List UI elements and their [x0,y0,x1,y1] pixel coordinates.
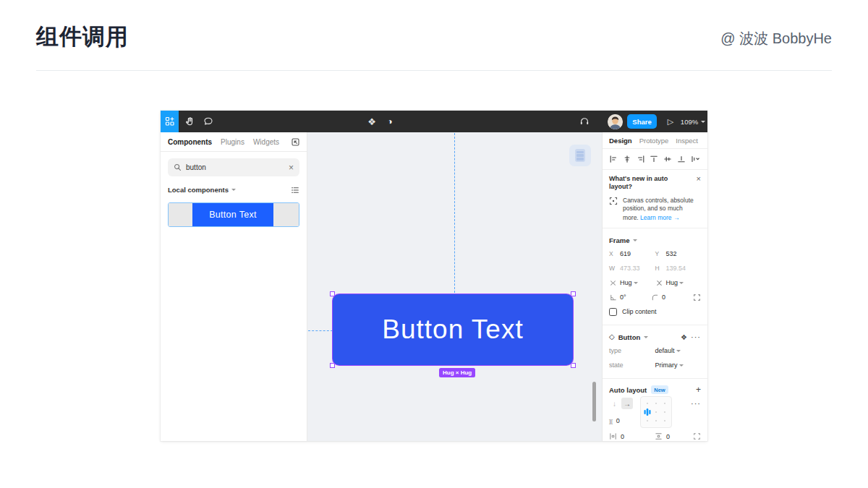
whats-new-body: Canvas controls, absolute position, and … [623,197,699,222]
resize-handle[interactable] [571,291,576,296]
horizontal-padding-field[interactable]: 0 [609,432,624,440]
align-left-center-indicator [644,408,651,416]
local-components-label[interactable]: Local components [168,186,229,194]
horizontal-resizing-dropdown[interactable]: Hug [609,279,655,287]
vertical-padding-field[interactable]: 0 [655,432,670,440]
vertical-resizing-dropdown[interactable]: Hug [655,279,702,287]
property-row-state: state Primary [609,358,701,372]
auto-layout-section: Auto layout New + ↓ → ]|[ 0 [603,379,707,445]
component-preview-button: Button Text [192,203,273,226]
canvas-scrollbar[interactable] [592,382,596,421]
page-title: 组件调用 [36,22,129,52]
align-v-center-icon[interactable] [663,155,672,163]
individual-padding-icon[interactable] [693,432,701,440]
add-auto-layout-icon[interactable]: + [696,385,701,395]
user-avatar[interactable] [606,111,624,132]
open-panel-button[interactable] [291,137,300,147]
hand-tool-button[interactable] [181,111,198,132]
zoom-level-dropdown[interactable]: 109% [677,111,709,132]
comment-tool-button[interactable] [200,111,217,132]
learn-more-link[interactable]: Learn more → [640,214,679,222]
prop-label: type [609,347,621,354]
align-bottom-icon[interactable] [677,155,686,163]
assets-tool-button[interactable] [161,111,179,132]
resize-handle[interactable] [330,291,335,296]
clip-content-checkbox[interactable] [609,308,617,316]
corner-radius-field[interactable]: 0 [651,294,693,301]
plugin-contrast-button[interactable]: ◑ [382,111,398,132]
frame-type-label[interactable]: Frame [609,236,630,244]
present-button[interactable]: ▷ [663,111,678,132]
y-position-field[interactable]: Y532 [655,250,702,257]
corner-radius-icon [651,294,660,301]
tab-widgets[interactable]: Widgets [253,138,279,146]
canvas-controls-icon [609,197,618,222]
alignment-grid[interactable] [640,396,672,428]
component-menu-icon[interactable]: ··· [691,333,701,341]
selected-component-instance[interactable]: Button Text [333,294,573,365]
rotation-field[interactable]: 0° [609,294,651,301]
play-icon: ▷ [668,117,673,127]
clear-search-icon[interactable]: × [289,163,294,172]
audio-call-button[interactable] [576,111,593,132]
component-preview-padding [273,203,299,226]
tab-inspect[interactable]: Inspect [676,137,698,145]
new-badge: New [651,385,668,394]
tab-components[interactable]: Components [168,138,212,146]
hand-icon [184,116,195,127]
chevron-down-icon [676,350,681,352]
auto-layout-title: Auto layout [609,386,647,394]
whats-new-card: What's new in auto layout? × Canvas cont… [603,170,707,228]
chevron-down-icon [679,282,684,284]
state-dropdown[interactable]: Primary [655,361,702,369]
plugin-diamond-button[interactable]: ❖ [364,111,380,132]
component-section: ◇ Button ❖ ··· type default state Primar… [603,325,707,379]
align-h-center-icon[interactable] [623,155,631,163]
clip-content-row[interactable]: Clip content [609,304,701,319]
assets-icon [165,116,175,127]
list-view-icon[interactable] [291,186,299,194]
spacing-icon: ]|[ [609,418,613,424]
chevron-down-icon [644,336,648,338]
align-left-icon[interactable] [609,155,618,163]
x-position-field[interactable]: X619 [609,250,655,257]
size-badge: Hug × Hug [439,368,475,377]
width-field[interactable]: W473.33 [609,265,655,272]
chevron-down-icon [633,239,637,241]
search-icon [174,163,182,171]
height-field[interactable]: H139.54 [655,265,702,272]
diamond-grid-icon: ❖ [367,116,376,127]
swap-instance-icon[interactable]: ❖ [681,333,687,341]
resize-handle[interactable] [330,363,335,368]
close-icon[interactable]: × [697,175,701,183]
component-name[interactable]: Button [618,333,641,341]
component-preview-padding [169,203,192,226]
canvas[interactable]: Button Text Hug × Hug [307,132,602,441]
tab-design[interactable]: Design [609,137,632,145]
hug-horizontal-icon [609,279,618,287]
figma-toolbar: ❖ ◑ Share [161,111,707,132]
share-button[interactable]: Share [627,114,657,129]
resize-handle[interactable] [571,363,576,368]
tab-plugins[interactable]: Plugins [221,138,244,146]
auto-layout-options-icon[interactable]: ··· [691,400,701,408]
type-dropdown[interactable]: default [655,347,702,354]
align-top-icon[interactable] [650,155,658,163]
rotation-icon [609,294,618,301]
independent-corners-icon[interactable] [693,294,701,301]
divider [36,70,832,71]
direction-right-button[interactable]: → [621,398,633,409]
component-list-item-button[interactable]: Button Text [168,202,299,227]
alignment-row [603,149,707,170]
search-input[interactable] [186,163,284,171]
resources-panel: Components Plugins Widgets × Local comp [161,132,307,441]
direction-down-button[interactable]: ↓ [609,400,620,408]
distribute-dropdown-icon[interactable] [691,155,701,163]
item-spacing-field[interactable]: ]|[ 0 [609,417,620,424]
clip-content-label: Clip content [622,308,657,315]
tab-prototype[interactable]: Prototype [639,137,669,145]
figma-window: ❖ ◑ Share [161,111,707,441]
headphones-icon [579,116,590,127]
align-right-icon[interactable] [637,155,645,163]
canvas-button[interactable]: Button Text [333,294,573,365]
